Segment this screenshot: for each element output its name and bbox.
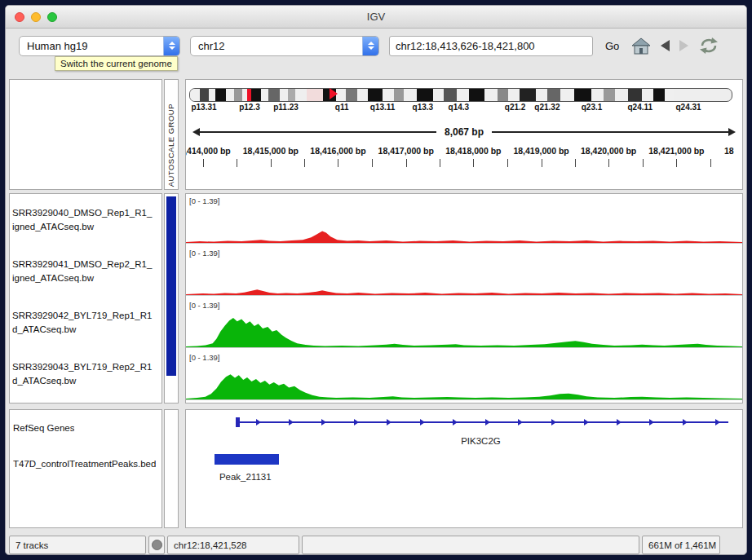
region-span-indicator: 8,067 bp: [192, 126, 736, 138]
close-button[interactable]: [15, 12, 24, 22]
ideogram-band: [520, 89, 536, 101]
ideogram-band: [288, 89, 295, 101]
go-button[interactable]: Go: [603, 38, 622, 54]
arrow-right-icon: [728, 128, 736, 136]
span-line: [492, 131, 728, 133]
ideogram-band: [404, 89, 417, 101]
ideogram-bands[interactable]: [189, 88, 732, 102]
track-baseline: [186, 347, 742, 348]
tracks-data-panel: [0 - 1.39] [0 - 1.39] [0 - 1.39]: [185, 193, 743, 403]
track-name[interactable]: SRR3929042_BYL719_Rep1_R1 d_ATACseq.bw: [10, 297, 161, 348]
forward-icon[interactable]: [679, 35, 688, 56]
attribute-panel[interactable]: [164, 193, 179, 403]
refresh-icon[interactable]: [698, 35, 719, 56]
track-data-range: [0 - 1.39]: [189, 353, 220, 362]
ideogram-band: [433, 89, 444, 101]
ruler-tick: [608, 159, 609, 167]
gene-direction-arrow: [518, 419, 523, 426]
track-data-range: [0 - 1.39]: [189, 301, 220, 310]
cytoband-labels: p13.31p12.3p11.23q11q13.11q13.3q14.3q21.…: [189, 103, 732, 113]
gene-direction-arrow: [256, 419, 261, 426]
status-circle-icon: [152, 540, 162, 550]
cytoband-label: q23.1: [582, 103, 603, 112]
ideogram-band: [268, 89, 279, 101]
dropdown-arrows-icon[interactable]: [163, 37, 179, 55]
status-indicator: [148, 536, 165, 554]
track-name[interactable]: SRR3929041_DMSO_Rep2_R1_ igned_ATACseq.b…: [10, 245, 161, 297]
memory-status: 661M of 1,461M: [642, 536, 720, 554]
centromere-icon: [330, 88, 338, 99]
gene-direction-arrow: [485, 419, 490, 426]
ruler-tick: [271, 159, 272, 167]
window-title: IGV: [6, 11, 746, 23]
track-name[interactable]: SRR3929040_DMSO_Rep1_R1_ igned_ATACseq.b…: [10, 194, 161, 245]
coverage-track[interactable]: [0 - 1.39]: [186, 195, 742, 246]
ideogram-band: [394, 89, 404, 101]
ideogram-band: [200, 89, 209, 101]
coverage-track[interactable]: [0 - 1.39]: [186, 247, 742, 298]
ideogram-band: [560, 89, 574, 101]
ruler-tick: [676, 159, 677, 167]
ruler-tick: [304, 159, 305, 167]
ruler-label: 18,416,000 bp: [310, 146, 365, 156]
panels-area: AUTOSCALE GROUP p13.31p12.3p11.23q11q13.…: [6, 63, 746, 532]
track-data-range: [0 - 1.39]: [189, 249, 220, 258]
ideogram-band: [417, 89, 433, 101]
ruler-tick: [575, 159, 576, 167]
coverage-track[interactable]: [0 - 1.39]: [186, 351, 742, 403]
ruler-tick: [237, 159, 237, 167]
refresh-icon-glyph: [698, 37, 719, 55]
cytoband-label: q11: [335, 103, 349, 112]
gene-direction-arrow: [617, 419, 622, 426]
peaks-track-name[interactable]: T47D_controlTreatmentPeaks.bed: [13, 459, 156, 469]
track-name[interactable]: SRR3929043_BYL719_Rep2_R1 d_ATACseq.bw: [10, 348, 161, 399]
home-icon[interactable]: [631, 35, 651, 56]
ideogram-band: [508, 89, 520, 101]
back-icon[interactable]: [661, 35, 670, 56]
cytoband-label: q21.2: [505, 103, 526, 112]
gene-direction-arrow: [321, 419, 326, 426]
cytoband-label: q21.32: [534, 103, 560, 112]
gene-direction-arrow: [551, 419, 556, 426]
ideogram-band: [498, 89, 508, 101]
refseq-track-name[interactable]: RefSeq Genes: [13, 423, 74, 433]
attribute-header-panel[interactable]: AUTOSCALE GROUP: [164, 79, 179, 190]
header-panel: AUTOSCALE GROUP p13.31p12.3p11.23q11q13.…: [9, 79, 743, 190]
gene-direction-arrow: [683, 419, 688, 426]
minimize-button[interactable]: [31, 12, 41, 22]
ruler-tick: [203, 159, 204, 167]
genome-select[interactable]: Human hg19: [19, 36, 180, 56]
ideogram-band: [190, 89, 200, 101]
peak-name-label: Peak_21131: [219, 472, 272, 482]
ideogram-band: [547, 89, 560, 101]
ideogram-band: [628, 89, 642, 101]
coverage-signal: [186, 308, 742, 347]
zoom-button[interactable]: [47, 12, 57, 22]
gene-direction-arrow: [289, 419, 294, 426]
data-panel: SRR3929040_DMSO_Rep1_R1_ igned_ATACseq.b…: [9, 193, 743, 403]
cytoband-label: q14.3: [449, 103, 470, 112]
gene-exon: [236, 417, 240, 427]
cytoband-label: q13.11: [370, 103, 396, 112]
ruler-label: 18,415,000 bp: [243, 146, 299, 156]
peak-feature[interactable]: [215, 454, 278, 465]
gene-model[interactable]: PIK3C2G: [186, 410, 742, 448]
locus-input[interactable]: [389, 36, 593, 56]
span-length-label: 8,067 bp: [436, 126, 492, 138]
autoscale-group-bar[interactable]: [166, 196, 176, 376]
chromosome-select[interactable]: chr12: [190, 36, 379, 56]
cytoband-label: q24.11: [627, 103, 652, 112]
coverage-track[interactable]: [0 - 1.39]: [186, 299, 742, 351]
track-baseline: [186, 399, 742, 400]
ruler-label: 18,419,000 bp: [513, 146, 568, 156]
coordinate-ruler[interactable]: 18,414,000 bp18,415,000 bp18,416,000 bp1…: [189, 146, 732, 174]
dropdown-arrows-icon[interactable]: [362, 37, 378, 55]
chromosome-ideogram[interactable]: [189, 88, 732, 100]
title-bar[interactable]: IGV: [6, 6, 746, 29]
genome-select-value: Human hg19: [20, 37, 163, 55]
ruler-label: 18,421,000 bp: [648, 146, 704, 156]
coverage-signal: [186, 204, 742, 243]
feature-panel: RefSeq Genes T47D_controlTreatmentPeaks.…: [9, 409, 743, 528]
ideogram-band: [346, 89, 358, 101]
gene-direction-arrow: [584, 419, 589, 426]
